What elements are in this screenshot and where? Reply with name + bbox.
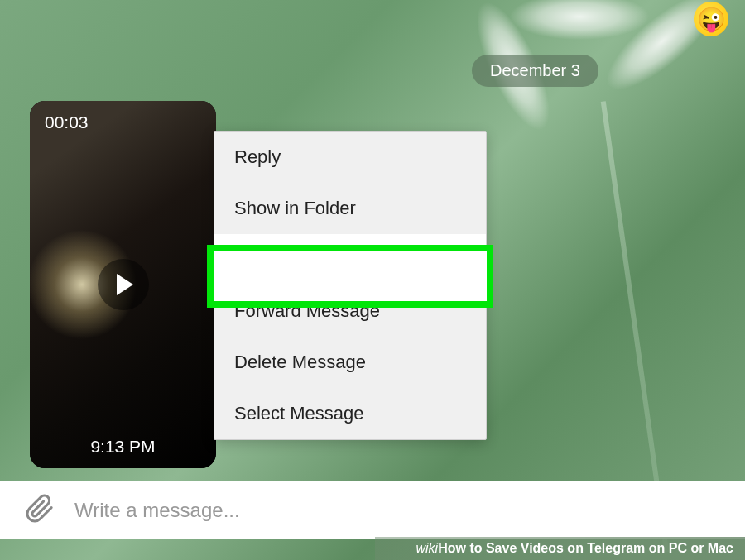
compose-bar	[0, 481, 745, 539]
message-input[interactable]	[74, 499, 720, 522]
menu-item-reply[interactable]: Reply	[214, 132, 486, 183]
play-button[interactable]	[98, 259, 149, 310]
sticker-emoji[interactable]: 😜	[694, 2, 728, 36]
watermark-prefix: wiki	[416, 541, 439, 555]
menu-item-save-video-as[interactable]: Save Video As...	[214, 234, 486, 285]
menu-item-show-in-folder[interactable]: Show in Folder	[214, 183, 486, 234]
watermark-text: How to Save Videos on Telegram on PC or …	[438, 541, 733, 555]
play-icon	[117, 274, 133, 295]
menu-item-forward-message[interactable]: Forward Message	[214, 285, 486, 337]
message-timestamp: 9:13 PM	[30, 437, 216, 457]
menu-item-select-message[interactable]: Select Message	[214, 388, 486, 439]
date-separator: December 3	[472, 55, 598, 87]
context-menu: Reply Show in Folder Save Video As... Fo…	[214, 131, 487, 440]
wikihow-watermark: wikiHow to Save Videos on Telegram on PC…	[375, 537, 746, 560]
menu-item-delete-message[interactable]: Delete Message	[214, 337, 486, 388]
video-duration: 00:03	[45, 112, 89, 132]
attach-icon[interactable]	[25, 494, 55, 527]
video-message[interactable]: 00:03 9:13 PM	[30, 101, 216, 468]
